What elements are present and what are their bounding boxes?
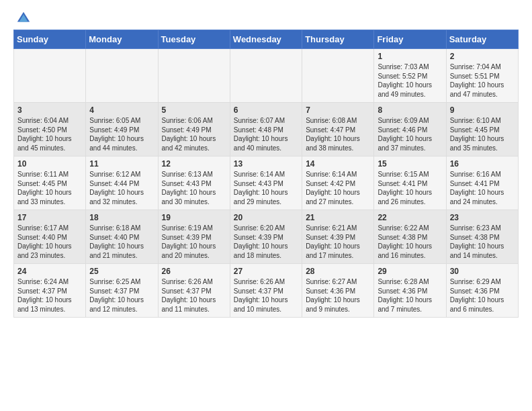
- calendar-cell: 1Sunrise: 7:03 AM Sunset: 5:52 PM Daylig…: [374, 49, 446, 103]
- calendar-cell: 18Sunrise: 6:18 AM Sunset: 4:40 PM Dayli…: [86, 210, 158, 264]
- calendar-cell: 6Sunrise: 6:07 AM Sunset: 4:48 PM Daylig…: [230, 103, 302, 156]
- day-info: Sunrise: 6:25 AM Sunset: 4:37 PM Dayligh…: [89, 277, 154, 314]
- calendar-cell: 30Sunrise: 6:29 AM Sunset: 4:36 PM Dayli…: [446, 264, 518, 318]
- day-number: 17: [17, 213, 82, 222]
- calendar-cell: 3Sunrise: 6:04 AM Sunset: 4:50 PM Daylig…: [14, 103, 86, 156]
- calendar-cell: [230, 49, 302, 103]
- day-number: 26: [162, 267, 226, 276]
- day-number: 8: [378, 105, 442, 115]
- day-number: 28: [306, 267, 370, 276]
- day-number: 3: [17, 105, 82, 115]
- calendar-cell: 20Sunrise: 6:20 AM Sunset: 4:39 PM Dayli…: [230, 210, 302, 264]
- day-number: 25: [89, 267, 154, 276]
- calendar-cell: 27Sunrise: 6:26 AM Sunset: 4:37 PM Dayli…: [230, 264, 302, 318]
- day-number: 13: [234, 159, 298, 169]
- calendar-cell: 22Sunrise: 6:22 AM Sunset: 4:38 PM Dayli…: [374, 210, 446, 264]
- calendar-week-row: 24Sunrise: 6:24 AM Sunset: 4:37 PM Dayli…: [14, 264, 519, 318]
- day-number: 18: [89, 213, 154, 222]
- calendar-week-row: 3Sunrise: 6:04 AM Sunset: 4:50 PM Daylig…: [14, 103, 519, 156]
- calendar-table: SundayMondayTuesdayWednesdayThursdayFrid…: [13, 30, 519, 318]
- calendar-cell: 9Sunrise: 6:10 AM Sunset: 4:45 PM Daylig…: [446, 103, 518, 156]
- calendar-cell: 17Sunrise: 6:17 AM Sunset: 4:40 PM Dayli…: [14, 210, 86, 264]
- calendar-cell: [302, 49, 374, 103]
- day-info: Sunrise: 6:28 AM Sunset: 4:36 PM Dayligh…: [378, 277, 442, 314]
- day-number: 14: [306, 159, 370, 169]
- day-info: Sunrise: 6:08 AM Sunset: 4:47 PM Dayligh…: [306, 116, 370, 152]
- calendar-cell: 13Sunrise: 6:14 AM Sunset: 4:43 PM Dayli…: [230, 156, 302, 210]
- calendar-cell: [14, 49, 86, 103]
- day-info: Sunrise: 6:21 AM Sunset: 4:39 PM Dayligh…: [306, 224, 370, 260]
- day-info: Sunrise: 6:26 AM Sunset: 4:37 PM Dayligh…: [162, 277, 226, 314]
- logo: [13, 11, 31, 23]
- calendar-cell: 11Sunrise: 6:12 AM Sunset: 4:44 PM Dayli…: [86, 156, 158, 210]
- weekday-header-sunday: Sunday: [14, 30, 86, 49]
- calendar-week-row: 17Sunrise: 6:17 AM Sunset: 4:40 PM Dayli…: [14, 210, 519, 264]
- calendar-cell: [86, 49, 158, 103]
- day-info: Sunrise: 6:14 AM Sunset: 4:42 PM Dayligh…: [306, 170, 370, 206]
- calendar-cell: 12Sunrise: 6:13 AM Sunset: 4:43 PM Dayli…: [158, 156, 230, 210]
- calendar-cell: 2Sunrise: 7:04 AM Sunset: 5:51 PM Daylig…: [446, 49, 518, 103]
- weekday-header-thursday: Thursday: [302, 30, 374, 49]
- day-info: Sunrise: 6:12 AM Sunset: 4:44 PM Dayligh…: [89, 170, 154, 206]
- day-info: Sunrise: 6:09 AM Sunset: 4:46 PM Dayligh…: [378, 116, 442, 152]
- day-info: Sunrise: 6:17 AM Sunset: 4:40 PM Dayligh…: [17, 224, 82, 260]
- day-info: Sunrise: 6:27 AM Sunset: 4:36 PM Dayligh…: [306, 277, 370, 314]
- calendar-cell: 4Sunrise: 6:05 AM Sunset: 4:49 PM Daylig…: [86, 103, 158, 156]
- calendar-week-row: 1Sunrise: 7:03 AM Sunset: 5:52 PM Daylig…: [14, 49, 519, 103]
- calendar-cell: 21Sunrise: 6:21 AM Sunset: 4:39 PM Dayli…: [302, 210, 374, 264]
- day-number: 19: [162, 213, 226, 222]
- day-info: Sunrise: 6:10 AM Sunset: 4:45 PM Dayligh…: [450, 116, 515, 152]
- calendar-cell: 14Sunrise: 6:14 AM Sunset: 4:42 PM Dayli…: [302, 156, 374, 210]
- day-info: Sunrise: 6:13 AM Sunset: 4:43 PM Dayligh…: [162, 170, 226, 206]
- day-info: Sunrise: 6:19 AM Sunset: 4:39 PM Dayligh…: [162, 224, 226, 260]
- day-info: Sunrise: 6:11 AM Sunset: 4:45 PM Dayligh…: [17, 170, 82, 206]
- calendar-cell: 26Sunrise: 6:26 AM Sunset: 4:37 PM Dayli…: [158, 264, 230, 318]
- calendar-cell: 15Sunrise: 6:15 AM Sunset: 4:41 PM Dayli…: [374, 156, 446, 210]
- day-info: Sunrise: 7:03 AM Sunset: 5:52 PM Dayligh…: [378, 62, 442, 99]
- day-number: 30: [450, 267, 515, 276]
- day-number: 10: [17, 159, 82, 169]
- calendar-cell: 19Sunrise: 6:19 AM Sunset: 4:39 PM Dayli…: [158, 210, 230, 264]
- calendar-cell: 23Sunrise: 6:23 AM Sunset: 4:38 PM Dayli…: [446, 210, 518, 264]
- day-info: Sunrise: 6:05 AM Sunset: 4:49 PM Dayligh…: [89, 116, 154, 152]
- day-number: 7: [306, 105, 370, 115]
- weekday-header-wednesday: Wednesday: [230, 30, 302, 49]
- calendar-cell: 24Sunrise: 6:24 AM Sunset: 4:37 PM Dayli…: [14, 264, 86, 318]
- day-number: 16: [450, 159, 515, 169]
- day-info: Sunrise: 6:15 AM Sunset: 4:41 PM Dayligh…: [378, 170, 442, 206]
- day-number: 12: [162, 159, 226, 169]
- calendar-cell: 8Sunrise: 6:09 AM Sunset: 4:46 PM Daylig…: [374, 103, 446, 156]
- day-number: 24: [17, 267, 82, 276]
- day-info: Sunrise: 6:16 AM Sunset: 4:41 PM Dayligh…: [450, 170, 515, 206]
- day-number: 23: [450, 213, 515, 222]
- day-number: 9: [450, 105, 515, 115]
- weekday-header-monday: Monday: [86, 30, 158, 49]
- logo-icon: [16, 11, 31, 26]
- day-info: Sunrise: 6:22 AM Sunset: 4:38 PM Dayligh…: [378, 224, 442, 260]
- day-info: Sunrise: 6:24 AM Sunset: 4:37 PM Dayligh…: [17, 277, 82, 314]
- calendar-cell: 10Sunrise: 6:11 AM Sunset: 4:45 PM Dayli…: [14, 156, 86, 210]
- day-number: 27: [234, 267, 298, 276]
- calendar-week-row: 10Sunrise: 6:11 AM Sunset: 4:45 PM Dayli…: [14, 156, 519, 210]
- day-number: 15: [378, 159, 442, 169]
- day-info: Sunrise: 6:04 AM Sunset: 4:50 PM Dayligh…: [17, 116, 82, 152]
- weekday-header-row: SundayMondayTuesdayWednesdayThursdayFrid…: [14, 30, 519, 49]
- day-info: Sunrise: 6:26 AM Sunset: 4:37 PM Dayligh…: [234, 277, 298, 314]
- calendar-cell: [158, 49, 230, 103]
- weekday-header-tuesday: Tuesday: [158, 30, 230, 49]
- day-info: Sunrise: 6:29 AM Sunset: 4:36 PM Dayligh…: [450, 277, 515, 314]
- calendar-cell: 25Sunrise: 6:25 AM Sunset: 4:37 PM Dayli…: [86, 264, 158, 318]
- day-number: 21: [306, 213, 370, 222]
- day-info: Sunrise: 6:14 AM Sunset: 4:43 PM Dayligh…: [234, 170, 298, 206]
- day-info: Sunrise: 6:18 AM Sunset: 4:40 PM Dayligh…: [89, 224, 154, 260]
- day-number: 29: [378, 267, 442, 276]
- day-info: Sunrise: 7:04 AM Sunset: 5:51 PM Dayligh…: [450, 62, 515, 99]
- day-number: 6: [234, 105, 298, 115]
- day-number: 2: [450, 52, 515, 61]
- calendar-cell: 28Sunrise: 6:27 AM Sunset: 4:36 PM Dayli…: [302, 264, 374, 318]
- calendar-cell: 29Sunrise: 6:28 AM Sunset: 4:36 PM Dayli…: [374, 264, 446, 318]
- calendar-cell: 7Sunrise: 6:08 AM Sunset: 4:47 PM Daylig…: [302, 103, 374, 156]
- day-number: 11: [89, 159, 154, 169]
- day-info: Sunrise: 6:20 AM Sunset: 4:39 PM Dayligh…: [234, 224, 298, 260]
- weekday-header-saturday: Saturday: [446, 30, 518, 49]
